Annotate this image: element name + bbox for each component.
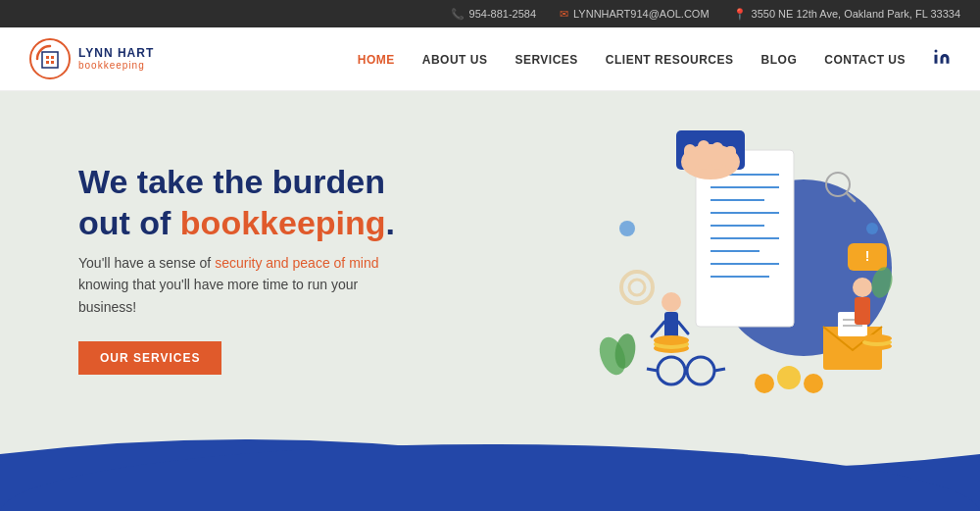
svg-point-51	[866, 223, 878, 234]
svg-point-34	[687, 357, 714, 384]
email-icon: ✉	[560, 8, 568, 21]
linkedin-icon	[933, 48, 951, 66]
svg-point-31	[621, 272, 653, 303]
nav-item-linkedin[interactable]	[933, 48, 951, 70]
logo-name: LYNN HART	[78, 47, 154, 60]
our-services-button[interactable]: OUR SERVICES	[78, 341, 221, 375]
phone-number: 954-881-2584	[469, 8, 537, 20]
nav-item-resources[interactable]: CLIENT RESOURCES	[606, 50, 734, 68]
logo[interactable]: LYNN HART bookkeeping	[29, 38, 154, 79]
nav-item-blog[interactable]: BLOG	[761, 50, 798, 68]
address-text: 3550 NE 12th Ave, Oakland Park, FL 33334	[752, 8, 960, 20]
svg-rect-2	[46, 56, 49, 59]
hero-title-line1: We take the burden	[78, 163, 385, 200]
svg-point-24	[662, 292, 681, 312]
hero-title-highlight: bookkeeping	[180, 204, 386, 241]
email-item: ✉ LYNNHART914@AOL.COM	[560, 8, 710, 21]
email-address: LYNNHART914@AOL.COM	[573, 8, 710, 20]
svg-point-30	[654, 335, 689, 345]
svg-point-46	[862, 334, 892, 342]
hero-title-dot: .	[386, 204, 395, 241]
linkedin-link[interactable]	[933, 52, 951, 69]
svg-line-37	[714, 369, 725, 371]
hero-illustration: !	[490, 130, 921, 405]
logo-text: LYNN HART bookkeeping	[78, 47, 154, 71]
stats-section: Good with Numbers 9yrs 24/7 365	[0, 484, 980, 511]
logo-icon	[29, 38, 71, 79]
phone-item: 📞 954-881-2584	[451, 8, 537, 21]
hero-title-line2-start: out of	[78, 204, 180, 241]
nav-links: HOME ABOUT US SERVICES CLIENT RESOURCES …	[358, 48, 951, 70]
top-bar: 📞 954-881-2584 ✉ LYNNHART914@AOL.COM 📍 3…	[0, 0, 980, 27]
hero-content: We take the burden out of bookkeeping. Y…	[78, 161, 490, 375]
nav-item-about[interactable]: ABOUT US	[422, 50, 488, 68]
address-item: 📍 3550 NE 12th Ave, Oakland Park, FL 333…	[733, 8, 960, 21]
svg-rect-4	[46, 61, 49, 64]
navbar: LYNN HART bookkeeping HOME ABOUT US SERV…	[0, 27, 980, 91]
phone-icon: 📞	[451, 8, 465, 21]
svg-point-6	[935, 50, 938, 53]
svg-rect-43	[855, 297, 870, 325]
nav-item-contact[interactable]: CONTACT US	[824, 50, 906, 68]
location-icon: 📍	[733, 8, 747, 21]
svg-line-26	[652, 322, 664, 336]
nav-link-contact[interactable]: CONTACT US	[824, 53, 906, 67]
svg-rect-23	[725, 146, 736, 170]
svg-rect-20	[684, 144, 696, 172]
desc-highlight: security and peace of mind	[215, 255, 378, 271]
svg-point-47	[755, 374, 774, 393]
nav-link-blog[interactable]: BLOG	[761, 53, 798, 67]
hero-title: We take the burden out of bookkeeping.	[78, 161, 490, 244]
desc-end: knowing that you'll have more time to ru…	[78, 277, 358, 314]
svg-rect-22	[711, 142, 723, 170]
svg-point-33	[658, 357, 685, 384]
svg-point-48	[777, 366, 801, 389]
hero-description: You'll have a sense of security and peac…	[78, 252, 412, 318]
svg-line-27	[678, 322, 688, 333]
svg-text:!: !	[865, 248, 870, 264]
nav-link-home[interactable]: HOME	[358, 53, 395, 67]
logo-sub: bookkeeping	[78, 60, 154, 71]
nav-link-resources[interactable]: CLIENT RESOURCES	[606, 53, 734, 67]
svg-rect-5	[51, 61, 54, 64]
nav-link-about[interactable]: ABOUT US	[422, 53, 488, 67]
svg-point-42	[853, 278, 872, 297]
nav-item-home[interactable]: HOME	[358, 50, 395, 68]
svg-point-49	[804, 374, 823, 393]
hero-section: We take the burden out of bookkeeping. Y…	[0, 91, 980, 425]
hero-svg: !	[500, 130, 911, 405]
svg-point-32	[629, 280, 645, 295]
nav-link-services[interactable]: SERVICES	[514, 53, 577, 67]
svg-rect-21	[698, 140, 710, 170]
desc-start: You'll have a sense of	[78, 255, 215, 271]
svg-point-50	[619, 221, 635, 236]
svg-line-36	[647, 369, 658, 371]
nav-item-services[interactable]: SERVICES	[514, 50, 577, 68]
svg-rect-3	[51, 56, 54, 59]
